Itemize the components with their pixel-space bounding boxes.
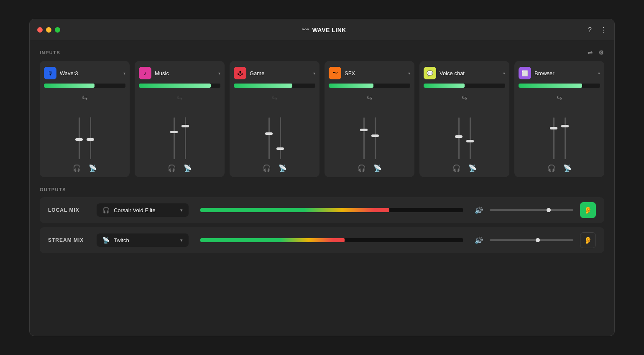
link-icon-voicechat[interactable]: ⇆ bbox=[462, 94, 467, 101]
channel-name-voicechat: Voice chat bbox=[440, 70, 500, 76]
slider-right-browser bbox=[565, 105, 566, 159]
output-row-local: LOCAL MIX 🎧 Corsair Void Elite ▾ 🔊 👂 bbox=[40, 197, 604, 223]
sliders-area-sfx bbox=[363, 105, 376, 159]
channel-icon-browser: ⬜ bbox=[519, 67, 531, 79]
title-bar: 〰 WAVE LINK ? ⋮ bbox=[30, 19, 614, 41]
stream-icon-wave3[interactable]: 📡 bbox=[89, 164, 97, 172]
stream-icon-music[interactable]: 📡 bbox=[184, 164, 192, 172]
channel-chevron-game[interactable]: ▾ bbox=[313, 71, 315, 76]
level-meter-music bbox=[139, 84, 220, 88]
link-icon-music[interactable]: ⇆ bbox=[177, 94, 182, 101]
stream-icon-game[interactable]: 📡 bbox=[279, 164, 287, 172]
v-slider-track-right-wave3[interactable] bbox=[90, 117, 91, 159]
link-icon-wave3[interactable]: ⇆ bbox=[82, 94, 87, 101]
title-actions: ? ⋮ bbox=[588, 26, 607, 34]
slider-right-game bbox=[280, 105, 281, 159]
v-slider-track-left-game[interactable] bbox=[268, 117, 270, 159]
sliders-area-voicechat bbox=[458, 105, 471, 159]
channel-name-game: Game bbox=[250, 70, 310, 76]
channel-header-music: ♪ Music ▾ bbox=[139, 67, 220, 79]
volume-icon-stream: 🔊 bbox=[475, 236, 483, 244]
slider-left-voicechat bbox=[458, 105, 460, 159]
channel-chevron-music[interactable]: ▾ bbox=[218, 71, 220, 76]
channel-name-music: Music bbox=[155, 70, 215, 76]
outputs-label: OUTPUTS bbox=[40, 187, 604, 192]
v-slider-track-right-browser[interactable] bbox=[565, 117, 566, 159]
level-meter-wave3 bbox=[44, 84, 125, 88]
v-slider-track-right-sfx[interactable] bbox=[375, 117, 376, 159]
minimize-button[interactable] bbox=[46, 27, 51, 33]
close-button[interactable] bbox=[37, 27, 43, 33]
slider-right-voicechat bbox=[470, 105, 471, 159]
v-slider-track-right-game[interactable] bbox=[280, 117, 281, 159]
output-meter-local bbox=[200, 208, 463, 212]
channel-header-sfx: 〜 SFX ▾ bbox=[329, 67, 410, 79]
monitor-btn-stream[interactable]: 👂 bbox=[580, 232, 596, 248]
v-slider-track-left-sfx[interactable] bbox=[363, 117, 365, 159]
slider-left-music bbox=[174, 105, 175, 159]
channel-card-music: ♪ Music ▾ ⇆ 🎧 📡 bbox=[135, 61, 225, 177]
mixer-icon[interactable]: ⇌ bbox=[588, 49, 593, 56]
headphone-icon-music[interactable]: 🎧 bbox=[168, 164, 176, 172]
monitor-btn-local[interactable]: 👂 bbox=[580, 202, 596, 218]
output-label-stream: STREAM MIX bbox=[48, 237, 90, 243]
stream-icon-voicechat[interactable]: 📡 bbox=[468, 164, 477, 172]
main-content: INPUTS ⇌ ⚙ 🎙 Wave:3 ▾ ⇆ bbox=[30, 41, 614, 336]
more-button[interactable]: ⋮ bbox=[600, 26, 607, 34]
app-window: 〰 WAVE LINK ? ⋮ INPUTS ⇌ ⚙ 🎙 Wave:3 ▾ bbox=[29, 19, 615, 336]
link-icon-game[interactable]: ⇆ bbox=[272, 94, 277, 101]
output-level-bar-local bbox=[200, 208, 389, 212]
channel-header-browser: ⬜ Browser ▾ bbox=[519, 67, 600, 79]
channel-icon-voicechat: 💬 bbox=[424, 67, 436, 79]
device-name-stream: Twitch bbox=[114, 237, 174, 243]
inputs-toolbar: ⇌ ⚙ bbox=[588, 49, 604, 56]
v-slider-track-right-music[interactable] bbox=[185, 117, 186, 159]
help-button[interactable]: ? bbox=[588, 26, 592, 34]
settings-icon[interactable]: ⚙ bbox=[598, 49, 605, 56]
level-meter-game bbox=[234, 84, 315, 88]
channel-chevron-voicechat[interactable]: ▾ bbox=[503, 71, 505, 76]
headphone-icon-wave3[interactable]: 🎧 bbox=[73, 164, 81, 172]
headphone-icon-browser[interactable]: 🎧 bbox=[547, 164, 556, 172]
link-icon-sfx[interactable]: ⇆ bbox=[367, 94, 372, 101]
channel-icon-music: ♪ bbox=[139, 67, 151, 79]
v-slider-track-left-music[interactable] bbox=[174, 117, 175, 159]
volume-thumb-local bbox=[547, 208, 551, 212]
sliders-area-music bbox=[174, 105, 186, 159]
traffic-lights bbox=[37, 27, 60, 33]
volume-slider-stream[interactable] bbox=[490, 239, 573, 241]
inputs-section: INPUTS ⇌ ⚙ 🎙 Wave:3 ▾ ⇆ bbox=[40, 49, 604, 177]
sliders-area-wave3 bbox=[79, 105, 91, 159]
headphone-icon-sfx[interactable]: 🎧 bbox=[358, 164, 366, 172]
headphone-icon-game[interactable]: 🎧 bbox=[263, 164, 271, 172]
stream-icon-browser[interactable]: 📡 bbox=[563, 164, 572, 172]
v-slider-track-left-voicechat[interactable] bbox=[458, 117, 460, 159]
channels-row: 🎙 Wave:3 ▾ ⇆ 🎧 📡 ♪ Mu bbox=[40, 61, 604, 177]
v-slider-track-left-browser[interactable] bbox=[553, 117, 555, 159]
volume-slider-local[interactable] bbox=[490, 209, 573, 211]
device-dropdown-stream[interactable]: ▾ bbox=[180, 238, 183, 243]
channel-outputs-wave3: 🎧 📡 bbox=[73, 164, 97, 172]
stream-icon-sfx[interactable]: 📡 bbox=[373, 164, 382, 172]
channel-name-browser: Browser bbox=[534, 70, 595, 76]
channel-chevron-wave3[interactable]: ▾ bbox=[123, 71, 125, 76]
link-icon-browser[interactable]: ⇆ bbox=[557, 94, 562, 101]
level-meter-sfx bbox=[329, 84, 410, 88]
headphone-icon-voicechat[interactable]: 🎧 bbox=[452, 164, 461, 172]
slider-left-wave3 bbox=[79, 105, 80, 159]
slider-right-wave3 bbox=[90, 105, 91, 159]
output-device-stream[interactable]: 📡 Twitch ▾ bbox=[97, 233, 189, 247]
output-level-bar-stream bbox=[200, 238, 345, 242]
channel-card-sfx: 〜 SFX ▾ ⇆ 🎧 📡 bbox=[325, 61, 414, 177]
output-device-local[interactable]: 🎧 Corsair Void Elite ▾ bbox=[97, 203, 189, 217]
maximize-button[interactable] bbox=[55, 27, 60, 33]
channel-outputs-browser: 🎧 📡 bbox=[547, 164, 572, 172]
wave-icon: 〰 bbox=[302, 26, 309, 34]
v-slider-track-right-voicechat[interactable] bbox=[470, 117, 471, 159]
channel-chevron-browser[interactable]: ▾ bbox=[598, 71, 600, 76]
output-label-local: LOCAL MIX bbox=[48, 207, 90, 213]
device-dropdown-local[interactable]: ▾ bbox=[180, 208, 183, 213]
v-slider-track-left-wave3[interactable] bbox=[79, 117, 80, 159]
channel-card-browser: ⬜ Browser ▾ ⇆ 🎧 📡 bbox=[514, 61, 604, 177]
channel-chevron-sfx[interactable]: ▾ bbox=[408, 71, 410, 76]
